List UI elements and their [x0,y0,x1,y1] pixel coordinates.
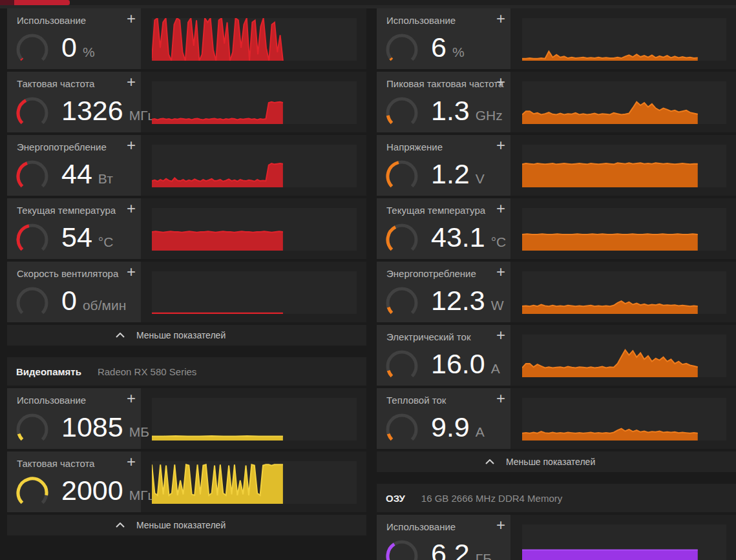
metric-card: Энергопотребление + 12.3 W [377,262,736,322]
add-metric-button[interactable]: + [496,516,505,535]
metric-reading: 6.2 ГБ [431,538,492,560]
section-title: ОЗУ [386,493,405,504]
gauge-arc [385,412,419,446]
metric-label: Использование [17,395,86,406]
metric-panel: Использование + 6.2 ГБ [377,515,510,560]
performance-metrics-page: Использование + 0 % Тактовая частота + 1… [0,0,736,560]
add-metric-button[interactable]: + [496,200,505,218]
metric-panel: Использование + 1085 МБ [7,388,141,449]
gauge-arc [385,222,419,256]
add-metric-button[interactable]: + [127,200,136,218]
metric-unit: W [491,298,504,313]
gauge-arc [16,412,49,446]
metric-reading: 9.9 A [431,411,485,443]
metric-reading: 1.2 V [431,158,485,190]
gauge-arc [16,96,49,129]
metric-value: 0 [61,285,77,316]
sparkline-chart [522,524,726,560]
metric-card: Энергопотребление + 44 Вт [7,135,366,196]
metric-value: 1.2 [431,158,470,190]
metric-value: 43.1 [431,222,485,253]
metric-label: Тактовая частота [17,78,94,89]
chevron-up-icon [485,459,494,464]
metric-panel: Энергопотребление + 44 Вт [7,135,141,196]
add-metric-button[interactable]: + [496,73,505,92]
metric-card: Использование + 6.2 ГБ [377,515,736,560]
metric-reading: 6 % [431,32,465,63]
metric-panel: Скорость вентилятора + 0 об/мин [7,262,141,322]
metric-card: Использование + 6 % [377,8,736,69]
add-metric-button[interactable]: + [496,136,505,155]
metric-value: 9.9 [431,411,470,443]
gauge-arc [16,285,49,319]
metric-reading: 1326 МГц [61,95,156,127]
metric-card: Электрический ток + 16.0 A [377,325,736,386]
sparkline-chart [522,271,726,314]
metric-panel: Напряжение + 1.2 V [377,135,510,196]
collapse-label: Меньше показателей [506,457,595,467]
add-metric-button[interactable]: + [127,10,136,28]
metric-reading: 1085 МБ [61,411,149,443]
metric-reading: 0 об/мин [61,285,126,316]
sparkline-chart [522,145,726,187]
sparkline-chart [522,398,726,441]
add-metric-button[interactable]: + [127,263,136,282]
metric-value: 54 [61,222,92,253]
metric-panel: Энергопотребление + 12.3 W [377,262,510,322]
metric-label: Текущая температура [17,205,116,216]
metric-card: Тактовая частота + 2000 МГц [7,451,366,512]
metric-card: Использование + 0 % [7,8,366,69]
sparkline-chart [152,18,357,61]
chevron-up-icon [116,523,125,528]
metric-panel: Использование + 0 % [7,8,141,69]
metric-value: 44 [61,158,92,190]
metric-label: Текущая температура [386,205,485,216]
metric-label: Использование [17,15,86,26]
metric-label: Тактовая частота [17,458,94,469]
add-metric-button[interactable]: + [496,326,505,345]
metric-value: 0 [61,32,77,63]
gauge-arc [385,285,419,319]
metric-card: Напряжение + 1.2 V [377,135,736,196]
metric-value: 2000 [61,475,123,506]
metric-reading: 43.1 °C [431,222,506,253]
metric-label: Электрический ток [386,331,470,342]
collapse-metrics-button[interactable]: Меньше показателей [377,451,736,472]
metric-unit: МБ [129,424,149,440]
metric-panel: Тактовая частота + 1326 МГц [7,72,141,132]
add-metric-button[interactable]: + [127,389,136,408]
sparkline-chart [522,335,726,377]
metric-label: Скорость вентилятора [17,268,118,279]
metric-panel: Пиковая тактовая частота + 1.3 GHz [377,72,510,132]
metric-label: Использование [386,521,456,532]
metric-card: Использование + 1085 МБ [7,388,366,449]
sparkline-chart [522,208,726,251]
metric-value: 6.2 [431,538,470,560]
gauge-arc [16,222,49,256]
add-metric-button[interactable]: + [127,73,136,92]
metric-card: Тактовая частота + 1326 МГц [7,72,366,132]
sparkline-chart [152,461,357,504]
metric-card: Текущая температура + 54 °C [7,198,366,259]
add-metric-button[interactable]: + [496,10,505,28]
add-metric-button[interactable]: + [127,453,136,472]
gauge-arc [385,32,419,66]
metric-label: Пиковая тактовая частота [386,78,503,89]
add-metric-button[interactable]: + [127,136,136,155]
tab-underline-dark [0,0,14,5]
chevron-up-icon [116,333,125,338]
add-metric-button[interactable]: + [496,263,505,282]
collapse-label: Меньше показателей [136,520,226,530]
collapse-metrics-button[interactable]: Меньше показателей [7,325,366,346]
add-metric-button[interactable]: + [496,389,505,408]
collapse-label: Меньше показателей [136,330,226,340]
metric-value: 6 [431,32,447,63]
sparkline-chart [152,271,357,314]
collapse-metrics-button[interactable]: Меньше показателей [7,515,366,535]
metric-label: Энергопотребление [386,268,476,279]
scrolled-content-remnant [0,0,736,5]
metric-unit: °C [98,234,114,250]
section-title: Видеопамять [16,366,81,377]
metric-unit: об/мин [83,298,126,313]
sparkline-chart [152,145,357,187]
